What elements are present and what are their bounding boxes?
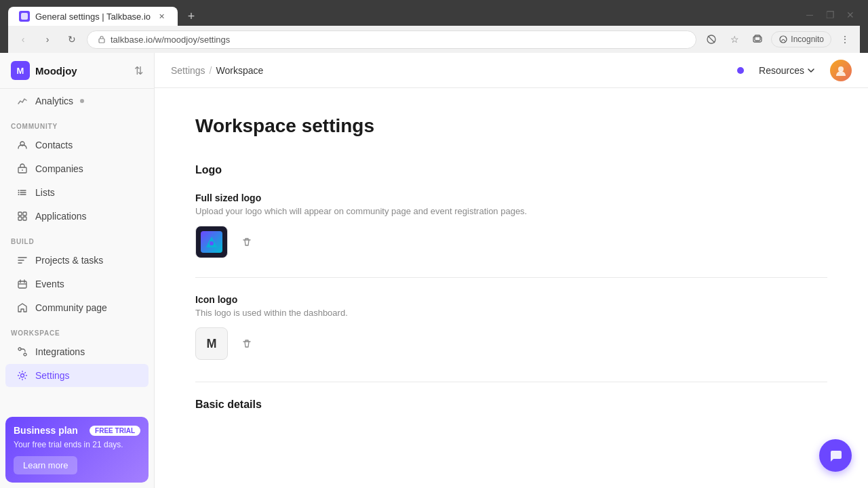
sidebar-item-label: Contacts	[35, 140, 73, 150]
business-plan-banner: Business plan FREE TRIAL Your free trial…	[5, 417, 149, 483]
back-button[interactable]: ‹	[14, 30, 33, 49]
basic-details-section: Basic details	[195, 399, 827, 411]
sidebar-toggle-button[interactable]: ⇅	[134, 64, 143, 77]
tab-favicon	[19, 11, 30, 22]
content-area: Workspace settings Logo Full sized logo …	[155, 88, 868, 488]
more-options-button[interactable]: ⋮	[835, 30, 854, 49]
integrations-icon	[16, 346, 28, 358]
svg-line-3	[708, 36, 715, 43]
bookmark-button[interactable]: ☆	[725, 30, 744, 49]
section-divider	[195, 277, 827, 278]
user-avatar[interactable]	[830, 60, 852, 81]
workspace-section-label: WORKSPACE	[0, 320, 154, 340]
main-divider	[195, 382, 827, 382]
url-text: talkbase.io/w/moodjoy/settings	[111, 35, 230, 45]
tab-group-button[interactable]	[748, 30, 767, 49]
sidebar-brand[interactable]: M Moodjoy	[11, 61, 77, 80]
sidebar-item-label: Events	[35, 279, 64, 289]
svg-rect-17	[23, 212, 26, 216]
sidebar: M Moodjoy ⇅ Analytics COMMUNITY C	[0, 53, 155, 488]
full-sized-logo-description: Upload your logo which will appear on co…	[195, 206, 827, 216]
svg-point-26	[21, 374, 24, 378]
tab-close-button[interactable]: ✕	[156, 11, 167, 22]
chevron-down-icon	[807, 66, 815, 75]
resources-button[interactable]: Resources	[752, 62, 822, 79]
analytics-icon	[16, 95, 28, 107]
sidebar-item-community-page[interactable]: Community page	[5, 296, 149, 319]
sidebar-item-events[interactable]: Events	[5, 272, 149, 296]
sidebar-item-projects-tasks[interactable]: Projects & tasks	[5, 249, 149, 272]
icon-logo-preview[interactable]: M	[195, 327, 228, 360]
logo-section: Logo Full sized logo Upload your logo wh…	[195, 164, 827, 360]
brand-icon: M	[11, 61, 30, 80]
sidebar-item-companies[interactable]: Companies	[5, 157, 149, 180]
sidebar-item-label: Lists	[35, 187, 55, 198]
sidebar-item-label: Community page	[35, 302, 107, 313]
logo-image	[201, 231, 222, 253]
new-tab-button[interactable]: +	[182, 7, 201, 26]
sidebar-item-label: Projects & tasks	[35, 255, 103, 266]
community-page-icon	[16, 302, 28, 314]
free-trial-badge: FREE TRIAL	[90, 426, 140, 436]
main-header: Settings / Workspace Resources	[155, 53, 868, 88]
icon-logo-letter: M	[207, 337, 217, 351]
tab-title: General settings | Talkbase.io	[35, 12, 151, 22]
build-section-label: BUILD	[0, 228, 154, 248]
community-section-label: COMMUNITY	[0, 113, 154, 133]
header-right: Resources	[737, 60, 852, 81]
browser-actions: ☆ Incognito ⋮	[702, 30, 854, 49]
page-title: Workspace settings	[195, 115, 827, 137]
forward-button[interactable]: ›	[38, 30, 57, 49]
svg-point-13	[18, 190, 20, 191]
sidebar-item-label: Companies	[35, 163, 83, 174]
chat-bubble-button[interactable]	[819, 439, 852, 472]
svg-rect-20	[18, 281, 26, 288]
applications-icon	[16, 210, 28, 222]
breadcrumb: Settings / Workspace	[171, 65, 263, 76]
lock-icon	[97, 35, 106, 44]
svg-point-25	[24, 353, 26, 356]
full-sized-logo-subsection: Full sized logo Upload your logo which w…	[195, 192, 827, 258]
full-sized-logo-title: Full sized logo	[195, 192, 827, 203]
app-layout: M Moodjoy ⇅ Analytics COMMUNITY C	[0, 53, 868, 488]
breadcrumb-settings: Settings	[171, 65, 205, 76]
svg-rect-0	[21, 13, 28, 20]
settings-icon	[16, 369, 28, 382]
address-bar[interactable]: talkbase.io/w/moodjoy/settings	[87, 30, 696, 49]
sidebar-item-applications[interactable]: Applications	[5, 205, 149, 228]
full-sized-logo-preview[interactable]	[195, 226, 228, 258]
sidebar-content: Analytics COMMUNITY Contacts Companies	[0, 89, 154, 411]
icon-logo-description: This logo is used within the dashboard.	[195, 308, 827, 318]
plan-header: Business plan FREE TRIAL	[14, 425, 140, 436]
svg-rect-1	[99, 39, 104, 43]
close-window-button[interactable]: ✕	[841, 5, 860, 24]
brand-initial: M	[17, 66, 24, 76]
svg-rect-5	[755, 35, 760, 41]
svg-rect-16	[18, 212, 22, 216]
svg-point-29	[210, 241, 214, 245]
chat-icon	[828, 448, 843, 463]
browser-chrome: General settings | Talkbase.io ✕ + ─ ❐ ✕…	[0, 0, 868, 53]
sidebar-item-lists[interactable]: Lists	[5, 181, 149, 204]
restore-button[interactable]: ❐	[821, 5, 840, 24]
icon-logo-delete-button[interactable]	[236, 333, 258, 354]
breadcrumb-separator: /	[210, 65, 212, 76]
trash-icon	[241, 237, 252, 247]
icon-logo-subsection: Icon logo This logo is used within the d…	[195, 294, 827, 360]
full-sized-logo-delete-button[interactable]	[236, 231, 258, 253]
sidebar-item-integrations[interactable]: Integrations	[5, 340, 149, 363]
reload-button[interactable]: ↻	[62, 30, 81, 49]
browser-tabs: General settings | Talkbase.io ✕ + ─ ❐ ✕	[8, 5, 860, 26]
camera-off-icon[interactable]	[702, 30, 721, 49]
sidebar-item-analytics[interactable]: Analytics	[5, 89, 149, 113]
svg-rect-19	[23, 217, 26, 220]
companies-icon	[16, 163, 28, 175]
icon-logo-row: M	[195, 327, 827, 360]
minimize-button[interactable]: ─	[800, 5, 819, 24]
plan-description: Your free trial ends in 21 days.	[14, 440, 140, 449]
sidebar-item-settings[interactable]: Settings	[5, 364, 149, 387]
browser-toolbar: ‹ › ↻ talkbase.io/w/moodjoy/settings ☆ I…	[8, 26, 860, 53]
learn-more-button[interactable]: Learn more	[14, 456, 77, 474]
icon-logo-title: Icon logo	[195, 294, 827, 305]
sidebar-item-contacts[interactable]: Contacts	[5, 134, 149, 157]
